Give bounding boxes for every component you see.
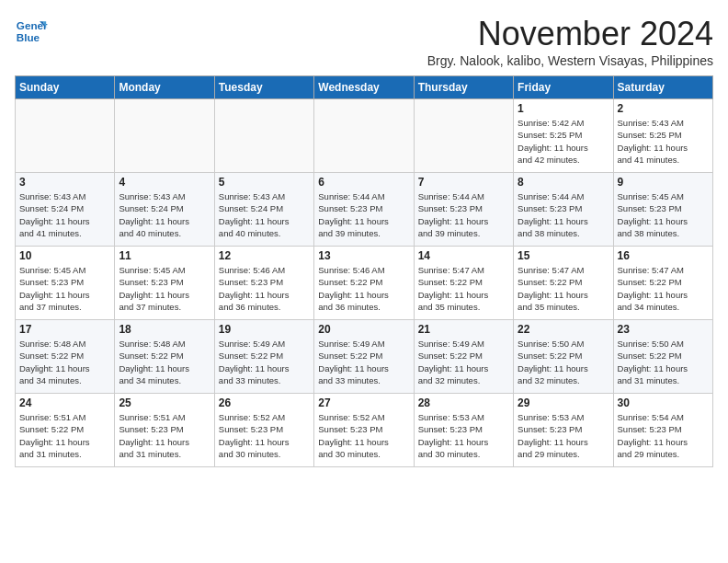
day-number: 3 [19,176,110,189]
calendar-cell: 14Sunrise: 5:47 AM Sunset: 5:22 PM Dayli… [414,247,513,320]
day-number: 24 [19,396,110,409]
day-info: Sunrise: 5:43 AM Sunset: 5:25 PM Dayligh… [618,117,709,166]
day-number: 11 [119,249,210,262]
day-info: Sunrise: 5:43 AM Sunset: 5:24 PM Dayligh… [19,190,110,239]
day-info: Sunrise: 5:50 AM Sunset: 5:22 PM Dayligh… [618,338,709,386]
day-info: Sunrise: 5:44 AM Sunset: 5:23 PM Dayligh… [418,190,509,239]
day-info: Sunrise: 5:46 AM Sunset: 5:23 PM Dayligh… [219,264,310,313]
calendar-cell: 23Sunrise: 5:50 AM Sunset: 5:22 PM Dayli… [613,320,712,394]
day-info: Sunrise: 5:44 AM Sunset: 5:23 PM Dayligh… [318,190,409,239]
day-number: 26 [219,396,310,409]
weekday-header: Wednesday [314,76,414,99]
day-number: 1 [518,102,609,115]
day-number: 25 [119,396,210,409]
day-number: 16 [618,249,709,262]
day-number: 20 [318,323,409,336]
day-number: 9 [618,176,709,189]
day-info: Sunrise: 5:51 AM Sunset: 5:22 PM Dayligh… [19,411,110,460]
calendar-cell: 1Sunrise: 5:42 AM Sunset: 5:25 PM Daylig… [514,99,613,173]
calendar-cell: 7Sunrise: 5:44 AM Sunset: 5:23 PM Daylig… [414,173,513,247]
calendar-cell: 12Sunrise: 5:46 AM Sunset: 5:23 PM Dayli… [214,247,313,320]
day-number: 28 [418,396,509,409]
day-info: Sunrise: 5:52 AM Sunset: 5:23 PM Dayligh… [318,411,409,460]
calendar-cell: 13Sunrise: 5:46 AM Sunset: 5:22 PM Dayli… [314,247,414,320]
calendar-week-row: 10Sunrise: 5:45 AM Sunset: 5:23 PM Dayli… [16,247,713,320]
calendar-cell: 2Sunrise: 5:43 AM Sunset: 5:25 PM Daylig… [613,99,712,173]
weekday-header: Tuesday [214,76,313,99]
day-info: Sunrise: 5:53 AM Sunset: 5:23 PM Dayligh… [418,411,509,460]
weekday-header: Saturday [613,76,712,99]
day-number: 21 [418,323,509,336]
day-number: 7 [418,176,509,189]
calendar-cell: 18Sunrise: 5:48 AM Sunset: 5:22 PM Dayli… [115,320,214,394]
calendar-cell: 4Sunrise: 5:43 AM Sunset: 5:24 PM Daylig… [115,173,214,247]
day-info: Sunrise: 5:47 AM Sunset: 5:22 PM Dayligh… [518,264,609,313]
day-info: Sunrise: 5:42 AM Sunset: 5:25 PM Dayligh… [518,117,609,166]
day-number: 13 [318,249,409,262]
day-info: Sunrise: 5:53 AM Sunset: 5:23 PM Dayligh… [518,411,609,460]
page-header: General Blue November 2024 Brgy. Nalook,… [15,15,713,68]
calendar-cell: 20Sunrise: 5:49 AM Sunset: 5:22 PM Dayli… [314,320,414,394]
calendar-week-row: 1Sunrise: 5:42 AM Sunset: 5:25 PM Daylig… [16,99,713,173]
day-number: 14 [418,249,509,262]
calendar-cell: 17Sunrise: 5:48 AM Sunset: 5:22 PM Dayli… [16,320,115,394]
day-info: Sunrise: 5:49 AM Sunset: 5:22 PM Dayligh… [418,338,509,386]
calendar-cell: 27Sunrise: 5:52 AM Sunset: 5:23 PM Dayli… [314,394,414,467]
weekday-header: Monday [115,76,214,99]
day-number: 6 [318,176,409,189]
day-number: 5 [219,176,310,189]
day-number: 8 [518,176,609,189]
calendar-cell: 21Sunrise: 5:49 AM Sunset: 5:22 PM Dayli… [414,320,513,394]
day-info: Sunrise: 5:48 AM Sunset: 5:22 PM Dayligh… [119,338,210,386]
weekday-header: Friday [514,76,613,99]
day-number: 19 [219,323,310,336]
day-info: Sunrise: 5:45 AM Sunset: 5:23 PM Dayligh… [618,190,709,239]
calendar-cell: 22Sunrise: 5:50 AM Sunset: 5:22 PM Dayli… [514,320,613,394]
calendar-cell: 15Sunrise: 5:47 AM Sunset: 5:22 PM Dayli… [514,247,613,320]
day-info: Sunrise: 5:46 AM Sunset: 5:22 PM Dayligh… [318,264,409,313]
day-info: Sunrise: 5:48 AM Sunset: 5:22 PM Dayligh… [19,338,110,386]
calendar-cell [314,99,414,173]
day-info: Sunrise: 5:43 AM Sunset: 5:24 PM Dayligh… [119,190,210,239]
calendar-cell: 10Sunrise: 5:45 AM Sunset: 5:23 PM Dayli… [16,247,115,320]
calendar-cell: 26Sunrise: 5:52 AM Sunset: 5:23 PM Dayli… [214,394,313,467]
day-number: 4 [119,176,210,189]
day-info: Sunrise: 5:47 AM Sunset: 5:22 PM Dayligh… [418,264,509,313]
svg-text:Blue: Blue [17,31,40,43]
calendar-cell [16,99,115,173]
day-info: Sunrise: 5:47 AM Sunset: 5:22 PM Dayligh… [618,264,709,313]
day-number: 29 [518,396,609,409]
calendar-cell [414,99,513,173]
day-number: 18 [119,323,210,336]
day-number: 23 [618,323,709,336]
day-info: Sunrise: 5:45 AM Sunset: 5:23 PM Dayligh… [119,264,210,313]
calendar-week-row: 3Sunrise: 5:43 AM Sunset: 5:24 PM Daylig… [16,173,713,247]
day-info: Sunrise: 5:45 AM Sunset: 5:23 PM Dayligh… [19,264,110,313]
weekday-header: Sunday [16,76,115,99]
day-info: Sunrise: 5:49 AM Sunset: 5:22 PM Dayligh… [318,338,409,386]
calendar-cell: 16Sunrise: 5:47 AM Sunset: 5:22 PM Dayli… [613,247,712,320]
day-info: Sunrise: 5:51 AM Sunset: 5:23 PM Dayligh… [119,411,210,460]
calendar-cell: 29Sunrise: 5:53 AM Sunset: 5:23 PM Dayli… [514,394,613,467]
calendar-cell [115,99,214,173]
calendar-cell: 11Sunrise: 5:45 AM Sunset: 5:23 PM Dayli… [115,247,214,320]
calendar-cell [214,99,313,173]
calendar-cell: 3Sunrise: 5:43 AM Sunset: 5:24 PM Daylig… [16,173,115,247]
day-info: Sunrise: 5:54 AM Sunset: 5:23 PM Dayligh… [618,411,709,460]
day-number: 22 [518,323,609,336]
calendar-cell: 9Sunrise: 5:45 AM Sunset: 5:23 PM Daylig… [613,173,712,247]
day-info: Sunrise: 5:43 AM Sunset: 5:24 PM Dayligh… [219,190,310,239]
calendar-cell: 5Sunrise: 5:43 AM Sunset: 5:24 PM Daylig… [214,173,313,247]
day-info: Sunrise: 5:49 AM Sunset: 5:22 PM Dayligh… [219,338,310,386]
calendar-week-row: 17Sunrise: 5:48 AM Sunset: 5:22 PM Dayli… [16,320,713,394]
day-number: 27 [318,396,409,409]
month-title: November 2024 [427,15,713,53]
calendar-cell: 19Sunrise: 5:49 AM Sunset: 5:22 PM Dayli… [214,320,313,394]
calendar-week-row: 24Sunrise: 5:51 AM Sunset: 5:22 PM Dayli… [16,394,713,467]
day-number: 2 [618,102,709,115]
day-number: 17 [19,323,110,336]
calendar-header-row: SundayMondayTuesdayWednesdayThursdayFrid… [16,76,713,99]
calendar-cell: 8Sunrise: 5:44 AM Sunset: 5:23 PM Daylig… [514,173,613,247]
calendar-cell: 25Sunrise: 5:51 AM Sunset: 5:23 PM Dayli… [115,394,214,467]
weekday-header: Thursday [414,76,513,99]
